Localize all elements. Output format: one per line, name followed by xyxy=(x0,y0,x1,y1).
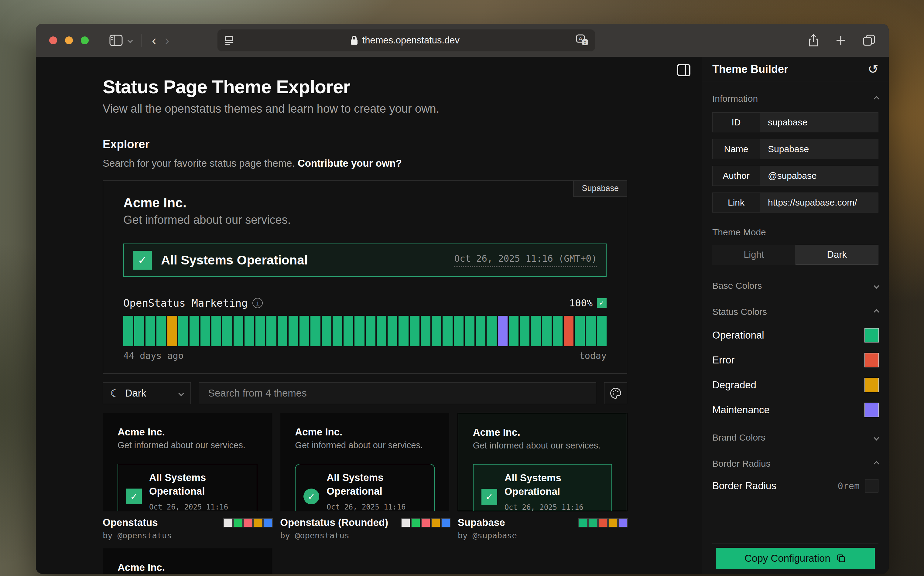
palette-icon xyxy=(609,387,622,400)
tracker-bar-operational[interactable] xyxy=(421,316,431,346)
theme-builder-header: Theme Builder ↺ xyxy=(702,57,889,82)
status-banner-timestamp[interactable]: Oct 26, 2025 11:16 (GMT+0) xyxy=(454,253,597,267)
tracker-bar-operational[interactable] xyxy=(123,316,133,346)
tracker-bar-operational[interactable] xyxy=(410,316,420,346)
tracker-bar-operational[interactable] xyxy=(376,316,386,346)
tracker-bar-operational[interactable] xyxy=(333,316,342,346)
reset-icon[interactable]: ↺ xyxy=(868,63,878,75)
search-input[interactable] xyxy=(199,382,596,404)
name-field[interactable]: Supabase xyxy=(760,139,878,159)
tracker-bar-error[interactable] xyxy=(564,316,573,346)
svg-text:x: x xyxy=(584,40,586,45)
info-row-name: Name Supabase xyxy=(712,139,878,159)
tracker-bar-operational[interactable] xyxy=(586,316,596,346)
tracker-bar-operational[interactable] xyxy=(344,316,353,346)
maintenance-color-swatch[interactable] xyxy=(865,403,878,417)
tracker-bar-operational[interactable] xyxy=(146,316,155,346)
section-base-colors[interactable]: Base Colors xyxy=(712,280,878,291)
theme-card-fourth[interactable]: Acme Inc. Get informed about our service… xyxy=(102,548,272,574)
forward-button[interactable]: › xyxy=(165,34,170,47)
tab-overview-icon[interactable] xyxy=(863,34,875,46)
sidebar-toggle-icon[interactable] xyxy=(109,35,123,46)
link-field[interactable]: https://supabase.com/ xyxy=(760,193,878,212)
tracker-bar-operational[interactable] xyxy=(266,316,276,346)
tracker-bar-operational[interactable] xyxy=(278,316,287,346)
tracker-bar-operational[interactable] xyxy=(178,316,188,346)
theme-name: Supabase xyxy=(458,517,505,528)
tracker-bar-operational[interactable] xyxy=(223,316,232,346)
theme-card-supabase[interactable]: Acme Inc. Get informed about our service… xyxy=(458,413,627,540)
theme-card-preview: Acme Inc. Get informed about our service… xyxy=(280,413,450,511)
tracker-bar-operational[interactable] xyxy=(200,316,210,346)
minimize-button[interactable] xyxy=(65,37,73,44)
tracker-bar-operational[interactable] xyxy=(465,316,474,346)
translate-icon[interactable]: Ax xyxy=(575,34,589,46)
zoom-button[interactable] xyxy=(81,37,89,44)
palette-button[interactable] xyxy=(604,382,627,404)
tracker-bar-operational[interactable] xyxy=(553,316,562,346)
tracker-bar-operational[interactable] xyxy=(189,316,199,346)
tracker-bar-operational[interactable] xyxy=(487,316,496,346)
contribute-link[interactable]: Contribute your own? xyxy=(298,158,402,169)
reader-icon[interactable] xyxy=(224,35,234,46)
theme-card-openstatus-rounded[interactable]: Acme Inc. Get informed about our service… xyxy=(280,413,450,540)
info-icon[interactable]: i xyxy=(252,298,263,308)
theme-mode-dark[interactable]: Dark xyxy=(796,245,879,265)
panel-toggle-icon[interactable] xyxy=(677,64,691,77)
tracker-bar-operational[interactable] xyxy=(157,316,166,346)
mini-status-line1: All Systems xyxy=(327,471,426,485)
tracker-bar-operational[interactable] xyxy=(245,316,254,346)
tracker-bar-operational[interactable] xyxy=(399,316,408,346)
back-button[interactable]: ‹ xyxy=(152,34,157,47)
tracker-bar-operational[interactable] xyxy=(366,316,375,346)
tracker-bar-operational[interactable] xyxy=(454,316,463,346)
color-swatch xyxy=(619,518,627,527)
tracker-bar-maintenance[interactable] xyxy=(498,316,508,346)
theme-card-openstatus[interactable]: Acme Inc. Get informed about our service… xyxy=(102,413,272,540)
section-information[interactable]: Information xyxy=(712,93,878,104)
color-swatch xyxy=(412,518,420,527)
tracker-bar-operational[interactable] xyxy=(509,316,519,346)
operational-color-swatch[interactable] xyxy=(865,328,878,342)
status-color-label: Maintenance xyxy=(712,404,770,416)
tracker-bar-degraded[interactable] xyxy=(167,316,177,346)
tracker-bar-operational[interactable] xyxy=(234,316,243,346)
tracker-bar-operational[interactable] xyxy=(575,316,585,346)
section-border-radius[interactable]: Border Radius xyxy=(712,459,878,469)
tracker-bar-operational[interactable] xyxy=(299,316,309,346)
tracker-bar-operational[interactable] xyxy=(211,316,221,346)
author-field[interactable]: @supabase xyxy=(760,166,878,186)
browser-window: ‹ › themes.openstatus.dev Ax xyxy=(36,24,889,574)
toolbar-chevron-down-icon[interactable] xyxy=(127,37,133,43)
tracker-bar-operational[interactable] xyxy=(442,316,452,346)
degraded-color-swatch[interactable] xyxy=(865,378,878,392)
tracker-bar-operational[interactable] xyxy=(288,316,298,346)
tracker-bar-operational[interactable] xyxy=(255,316,265,346)
close-button[interactable] xyxy=(49,37,57,44)
error-color-swatch[interactable] xyxy=(865,354,878,367)
section-information-label: Information xyxy=(712,93,758,104)
url-text[interactable]: themes.openstatus.dev xyxy=(362,35,460,46)
share-icon[interactable] xyxy=(808,34,819,47)
new-tab-icon[interactable] xyxy=(835,35,846,46)
tracker-bar-operational[interactable] xyxy=(432,316,441,346)
tracker-bar-operational[interactable] xyxy=(520,316,529,346)
section-status-colors[interactable]: Status Colors xyxy=(712,307,878,317)
tracker-bar-operational[interactable] xyxy=(322,316,331,346)
tracker-bar-operational[interactable] xyxy=(388,316,397,346)
id-field[interactable]: supabase xyxy=(760,113,878,132)
monitor-row: OpenStatus Marketing i 100% ✓ xyxy=(123,297,607,309)
copy-configuration-button[interactable]: Copy Configuration xyxy=(716,548,875,569)
tracker-bar-operational[interactable] xyxy=(134,316,144,346)
tracker-bar-operational[interactable] xyxy=(311,316,320,346)
url-bar[interactable]: themes.openstatus.dev Ax xyxy=(217,29,595,51)
tracker-bar-operational[interactable] xyxy=(354,316,364,346)
tracker-bar-operational[interactable] xyxy=(531,316,540,346)
theme-mode-dropdown[interactable]: ☾ Dark xyxy=(102,382,191,404)
tracker-bar-operational[interactable] xyxy=(542,316,552,346)
section-brand-colors[interactable]: Brand Colors xyxy=(712,432,878,443)
theme-mode-light[interactable]: Light xyxy=(712,245,796,265)
tracker-bar-operational[interactable] xyxy=(476,316,485,346)
border-radius-input[interactable] xyxy=(865,479,878,493)
tracker-bar-operational[interactable] xyxy=(597,316,607,346)
